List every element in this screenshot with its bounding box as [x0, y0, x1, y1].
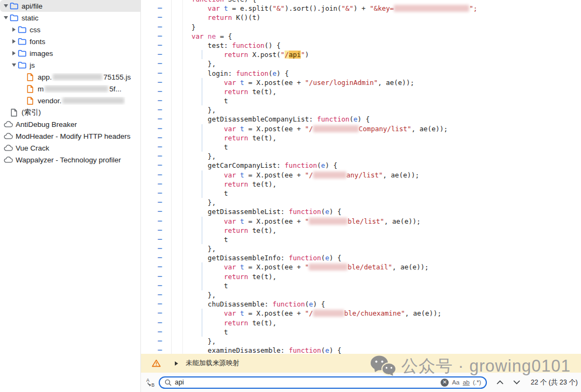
tree-item-m5f[interactable]: m5f...	[0, 83, 140, 95]
gutter-dash[interactable]: –	[141, 189, 162, 198]
code-line[interactable]: },	[192, 337, 581, 346]
gutter-dash[interactable]: –	[141, 217, 162, 226]
clear-search-button[interactable]: ✕	[441, 379, 449, 387]
gutter-dash[interactable]: –	[141, 346, 162, 354]
tree-item-api-file[interactable]: api/file	[0, 0, 140, 12]
code-line[interactable]: return te(t),	[192, 318, 581, 327]
chevron-collapsed-icon[interactable]	[10, 50, 17, 56]
code-line[interactable]: t	[192, 142, 581, 152]
gutter-dash[interactable]: –	[141, 300, 162, 309]
gutter-dash[interactable]: –	[141, 198, 162, 207]
code-line[interactable]: return te(t),	[192, 226, 581, 235]
gutter-dash[interactable]: –	[141, 78, 162, 87]
gutter-dash[interactable]: –	[141, 142, 162, 152]
code-line[interactable]: test: function() {	[192, 41, 581, 50]
code-line[interactable]: }	[192, 23, 581, 32]
gutter-dash[interactable]: –	[141, 105, 162, 115]
chevron-expanded-icon[interactable]	[10, 62, 17, 68]
chevron-expanded-icon[interactable]	[2, 15, 9, 21]
gutter-dash[interactable]: –	[141, 244, 162, 253]
tree-item-vendor[interactable]: vendor.	[0, 95, 140, 106]
search-input[interactable]	[175, 379, 437, 386]
gutter-dash[interactable]: –	[141, 281, 162, 290]
tree-item-js[interactable]: js	[0, 59, 140, 71]
extension-item-antidebug-breaker[interactable]: AntiDebug Breaker	[0, 118, 140, 130]
code-line[interactable]: return te(t),	[192, 272, 581, 281]
code-line[interactable]: return te(t),	[192, 180, 581, 189]
tree-item-app-75155-js[interactable]: app.75155.js	[0, 71, 140, 83]
gutter-dash[interactable]: –	[141, 253, 162, 262]
gutter-dash[interactable]: –	[141, 290, 162, 300]
code-area[interactable]: function Se(e) { var t = e.split("&").so…	[172, 0, 581, 354]
previous-match-button[interactable]	[495, 378, 504, 387]
code-line[interactable]: getDisassembleList: function(e) {	[192, 207, 581, 216]
expand-warning-icon[interactable]	[175, 361, 178, 366]
code-line[interactable]: },	[192, 198, 581, 207]
code-line[interactable]: getDisassembleInfo: function(e) {	[192, 253, 581, 262]
gutter-dash[interactable]: –	[141, 207, 162, 216]
code-line[interactable]: },	[192, 244, 581, 253]
code-line[interactable]: chuDisassemble: function(e) {	[192, 300, 581, 309]
code-line[interactable]: t	[192, 189, 581, 198]
gutter-dash[interactable]: –	[141, 170, 162, 180]
gutter-dash[interactable]: –	[141, 50, 162, 59]
tree-item-css[interactable]: css	[0, 24, 140, 35]
extension-item-wappalyzer-technology-profiler[interactable]: Wappalyzer - Technology profiler	[0, 154, 140, 166]
code-line[interactable]: getDisassembleCompanyList: function(e) {	[192, 115, 581, 124]
code-line[interactable]: getCarCompanyList: function(e) {	[192, 161, 581, 170]
code-line[interactable]: },	[192, 59, 581, 68]
gutter-dash[interactable]: –	[141, 59, 162, 68]
code-line[interactable]: var t = X.post(ee + "/any/list", ae(e));	[192, 170, 581, 180]
code-line[interactable]: t	[192, 96, 581, 105]
tree-item-images[interactable]: images	[0, 47, 140, 59]
gutter-dash[interactable]: –	[141, 152, 162, 161]
gutter-dash[interactable]: –	[141, 262, 162, 272]
chevron-collapsed-icon[interactable]	[10, 38, 17, 45]
code-line[interactable]: t	[192, 281, 581, 290]
chevron-collapsed-icon[interactable]	[10, 26, 17, 33]
gutter-dash[interactable]: –	[141, 337, 162, 346]
extension-item-vue-crack[interactable]: Vue Crack	[0, 142, 140, 154]
gutter-dash[interactable]: –	[141, 23, 162, 32]
code-line[interactable]: },	[192, 105, 581, 115]
gutter-dash[interactable]: –	[141, 0, 162, 4]
match-case-toggle[interactable]: Aa	[452, 379, 459, 386]
gutter-dash[interactable]: –	[141, 226, 162, 235]
code-line[interactable]: login: function(e) {	[192, 69, 581, 78]
gutter-dash[interactable]: –	[141, 161, 162, 170]
code-line[interactable]: return X.post("/api")	[192, 50, 581, 59]
tree-item-static[interactable]: static	[0, 12, 140, 24]
gutter-dash[interactable]: –	[141, 124, 162, 133]
regex-toggle[interactable]: (.*)	[473, 379, 481, 386]
code-line[interactable]: var t = X.post(ee + "/Company/list", ae(…	[192, 124, 581, 133]
replace-toggle-button[interactable]: A B	[145, 377, 156, 388]
sourcemap-warning-bar[interactable]: 未能加载来源映射	[141, 354, 581, 373]
code-line[interactable]: var t = e.split("&").sort().join("&") + …	[192, 4, 581, 13]
gutter-dash[interactable]: –	[141, 96, 162, 105]
code-line[interactable]: },	[192, 290, 581, 300]
code-line[interactable]: var t = X.post(ee + "ble/list", ae(e));	[192, 217, 581, 226]
gutter-dash[interactable]: –	[141, 87, 162, 96]
chevron-expanded-icon[interactable]	[2, 3, 9, 9]
code-line[interactable]: return K()(t)	[192, 13, 581, 22]
gutter-dash[interactable]: –	[141, 115, 162, 124]
extension-item-modheader-modify-http-headers[interactable]: ModHeader - Modify HTTP headers	[0, 130, 140, 142]
gutter-dash[interactable]: –	[141, 180, 162, 189]
tree-item-索引[interactable]: (索引)	[0, 106, 140, 118]
code-line[interactable]: t	[192, 235, 581, 244]
gutter-dash[interactable]: –	[141, 13, 162, 22]
gutter-dash[interactable]: –	[141, 272, 162, 281]
code-line[interactable]: var ne = {	[192, 32, 581, 41]
code-line[interactable]: var t = X.post(ee + "ble/detail", ae(e))…	[192, 262, 581, 272]
gutter-dash[interactable]: –	[141, 4, 162, 13]
whole-word-toggle[interactable]: ab	[463, 379, 470, 386]
code-line[interactable]: return te(t),	[192, 133, 581, 142]
gutter-dash[interactable]: –	[141, 41, 162, 50]
tree-item-fonts[interactable]: fonts	[0, 35, 140, 47]
next-match-button[interactable]	[513, 378, 521, 387]
code-line[interactable]: return te(t),	[192, 87, 581, 96]
code-line[interactable]: var t = X.post(ee + "/ble/chuexamine", a…	[192, 309, 581, 318]
gutter-dash[interactable]: –	[141, 327, 162, 337]
code-line[interactable]: var t = X.post(ee + "/user/loginAdmin", …	[192, 78, 581, 87]
code-line[interactable]: t	[192, 327, 581, 337]
